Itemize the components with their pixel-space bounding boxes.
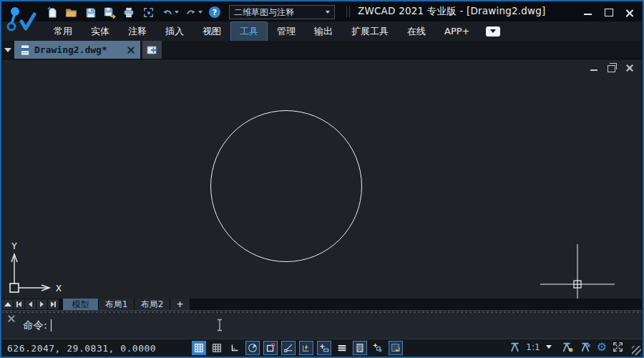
lineweight-toggle[interactable] — [335, 341, 349, 355]
object-snap-toggle[interactable] — [263, 341, 278, 355]
settings-gear-icon[interactable]: ⚙ — [597, 342, 607, 353]
fullscreen-icon[interactable] — [612, 341, 624, 353]
tab-zaixian[interactable]: 在线 — [398, 21, 435, 42]
ortho-toggle[interactable] — [228, 341, 242, 355]
document-tab-bar: Drawing2.dwg* — [1, 41, 643, 59]
ucs-icon: Y X — [4, 241, 73, 298]
maximize-button[interactable] — [604, 7, 613, 16]
status-bar: 626.2047, 29.0831, 0.0000 — [1, 339, 643, 357]
annotation-scale-icon[interactable] — [509, 341, 521, 353]
command-prompt[interactable]: 命令: — [23, 311, 52, 339]
transparency-toggle[interactable] — [353, 341, 367, 355]
ribbon-collapse-button[interactable] — [486, 26, 500, 37]
polar-tracking-toggle[interactable] — [245, 341, 260, 355]
document-tab-label: Drawing2.dwg* — [34, 44, 123, 55]
chevron-down-icon — [490, 29, 496, 33]
circle-entity[interactable] — [210, 110, 362, 262]
new-document-button[interactable] — [142, 41, 162, 59]
drawing-canvas[interactable]: Y X — [1, 59, 643, 299]
undo-dropdown-icon[interactable] — [175, 11, 179, 14]
crosshair-cursor — [538, 244, 617, 299]
mdi-restore-button[interactable] — [608, 64, 615, 72]
auto-annotation-scale-icon[interactable] — [579, 341, 592, 353]
text-caret — [51, 319, 52, 332]
tab-gongju[interactable]: 工具 — [230, 21, 268, 42]
workspace-label: 二维草图与注释 — [234, 6, 325, 19]
ibeam-cursor — [216, 319, 223, 332]
tab-shuchu[interactable]: 输出 — [305, 21, 342, 42]
object-snap-tracking-toggle[interactable] — [281, 341, 296, 355]
tab-shiti[interactable]: 实体 — [82, 21, 119, 42]
minimize-button[interactable] — [583, 7, 592, 16]
workspace-selector[interactable]: 二维草图与注释 — [229, 5, 335, 19]
tab-layout2[interactable]: 布局2 — [135, 299, 170, 310]
bar-icon — [54, 301, 56, 307]
close-command-panel-icon[interactable] — [8, 315, 15, 322]
scale-dropdown-icon[interactable] — [546, 345, 552, 349]
status-toggles — [192, 341, 403, 355]
layout-menu-button[interactable] — [2, 299, 13, 309]
ribbon-tab-bar: 常用 实体 注释 插入 视图 工具 管理 输出 扩展工具 在线 APP+ — [1, 21, 643, 41]
new-file-icon — [45, 6, 59, 19]
open-button[interactable] — [62, 4, 79, 20]
annotation-monitor-toggle[interactable] — [389, 341, 403, 355]
command-line-panel[interactable]: 命令: — [1, 310, 643, 339]
resize-grip[interactable] — [632, 346, 641, 355]
tab-layout1[interactable]: 布局1 — [99, 299, 135, 310]
command-panel-drag-handle[interactable] — [1, 311, 643, 313]
arrow-right-icon — [40, 301, 44, 307]
first-layout-button[interactable] — [14, 299, 24, 309]
document-list-button[interactable] — [1, 41, 14, 59]
save-button[interactable] — [82, 4, 99, 20]
tab-kuozhan[interactable]: 扩展工具 — [342, 21, 398, 42]
layout-tab-bar: 模型 布局1 布局2 + — [1, 299, 643, 310]
tab-charu[interactable]: 插入 — [156, 21, 193, 42]
undo-button[interactable] — [159, 4, 180, 20]
chevron-down-icon — [4, 48, 11, 52]
add-layout-button[interactable]: + — [170, 299, 190, 310]
dynamic-input-icon — [318, 342, 330, 354]
tab-changyong[interactable]: 常用 — [44, 21, 82, 42]
save-as-button[interactable] — [101, 4, 118, 20]
document-tab-drawing2[interactable]: Drawing2.dwg* — [14, 41, 140, 59]
plot-preview-button[interactable] — [140, 4, 157, 20]
annotation-monitor-icon — [390, 342, 401, 354]
print-button[interactable] — [120, 4, 137, 20]
prev-layout-button[interactable] — [25, 299, 36, 309]
tab-guanli[interactable]: 管理 — [268, 21, 305, 42]
new-file-button[interactable] — [43, 4, 60, 20]
mdi-minimize-button[interactable] — [590, 65, 597, 71]
dynamic-ucs-icon — [301, 342, 312, 354]
tab-shitu[interactable]: 视图 — [193, 21, 230, 42]
dynamic-input-toggle[interactable] — [317, 341, 331, 355]
maximize-icon — [605, 9, 613, 16]
tab-app-plus[interactable]: APP+ — [435, 22, 479, 40]
redo-dropdown-icon[interactable] — [198, 11, 203, 14]
snap-toggle[interactable] — [192, 341, 206, 355]
quick-access-toolbar: ? — [43, 4, 223, 20]
close-document-icon[interactable] — [127, 47, 135, 54]
minimize-icon — [584, 14, 592, 15]
help-button[interactable]: ? — [206, 4, 223, 20]
grid-toggle[interactable] — [210, 341, 224, 355]
selection-cycling-toggle[interactable] — [371, 341, 385, 355]
save-icon — [84, 6, 97, 19]
polar-tracking-icon — [247, 342, 258, 354]
annotation-visibility-icon[interactable] — [561, 341, 574, 353]
last-layout-button[interactable] — [48, 299, 59, 309]
minimize-icon — [590, 69, 597, 71]
zwcad-window: ? 二维草图与注释 ZWCAD 2021 专业版 - [Drawing2.dwg… — [0, 0, 644, 358]
next-layout-button[interactable] — [36, 299, 47, 309]
lineweight-icon — [336, 342, 348, 354]
arrow-left-icon — [29, 301, 32, 307]
save-as-icon — [102, 6, 117, 19]
tab-model[interactable]: 模型 — [63, 299, 99, 310]
close-button[interactable] — [625, 7, 634, 16]
annotation-scale-value[interactable]: 1:1 — [526, 342, 540, 352]
dwg-file-icon — [20, 44, 30, 56]
mdi-close-button[interactable] — [625, 64, 633, 72]
tab-zhushi[interactable]: 注释 — [119, 21, 156, 42]
annotation-tools: 1:1 ⚙ — [509, 341, 624, 353]
redo-button[interactable] — [182, 4, 204, 20]
dynamic-ucs-toggle[interactable] — [299, 341, 313, 355]
